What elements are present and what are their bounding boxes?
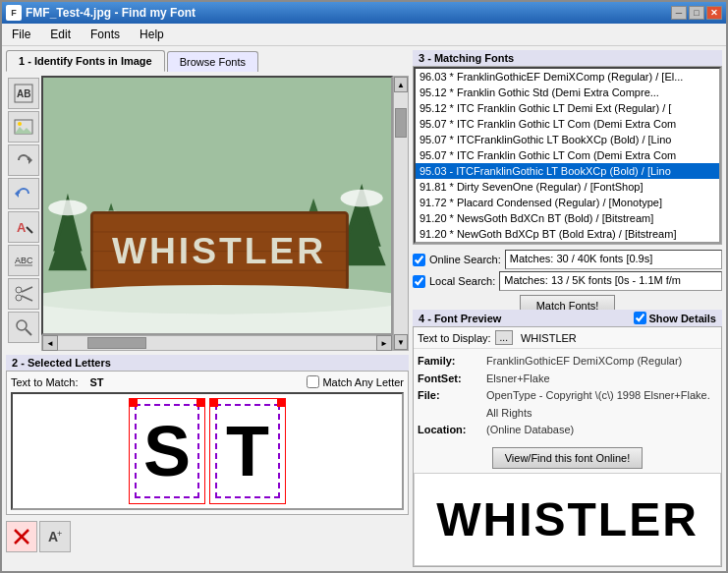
image-placeholder: WHISTLER xyxy=(43,78,391,333)
font-item-4[interactable]: 95.07 * ITCFranklinGothic LT BookXCp (Bo… xyxy=(416,132,719,147)
scrollbar-thumb-v[interactable] xyxy=(395,108,407,138)
online-search-label: Online Search: xyxy=(429,254,501,265)
matching-fonts-title: 3 - Matching Fonts xyxy=(419,52,514,64)
tool-rotate-ccw-icon[interactable] xyxy=(8,178,39,209)
window-title: FMF_Test-4.jpg - Find my Font xyxy=(26,6,671,20)
tool-image-icon[interactable] xyxy=(8,111,39,143)
text-to-display-row: Text to Display: ... WHISTLER xyxy=(414,327,721,349)
font-preview-section: 4 - Font Preview Show Details Text to Di… xyxy=(413,310,722,567)
font-list[interactable]: 96.03 * FranklinGothicEF DemiXComp (Regu… xyxy=(414,67,721,244)
font-item-2[interactable]: 95.12 * ITC Franklin Gothic LT Demi Ext … xyxy=(416,100,719,116)
show-details-checkbox[interactable] xyxy=(634,312,646,324)
svg-text:WHISTLER: WHISTLER xyxy=(112,230,326,271)
scroll-right-arrow[interactable]: ► xyxy=(376,335,392,351)
scrollbar-thumb-h[interactable] xyxy=(87,337,146,349)
text-to-display-label: Text to Display: xyxy=(418,332,491,344)
match-any-checkbox[interactable] xyxy=(307,375,319,388)
scroll-down-arrow[interactable]: ▼ xyxy=(394,334,408,350)
text-to-match-value: ST xyxy=(89,376,103,388)
file-value: OpenType - Copyright \(c\) 1998 Elsner+F… xyxy=(486,387,717,422)
tool-scissors-icon[interactable] xyxy=(8,278,39,310)
image-container: WHISTLER ◄ ► xyxy=(41,76,393,351)
font-item-8[interactable]: 91.72 * Placard Condensed (Regular) / [M… xyxy=(416,195,719,210)
fontset-label: FontSet: xyxy=(418,371,486,388)
show-details-container: Show Details xyxy=(634,312,716,324)
font-item-0[interactable]: 96.03 * FranklinGothicEF DemiXComp (Regu… xyxy=(416,69,719,85)
tool-select-icon[interactable]: A xyxy=(8,211,39,243)
menu-bar: File Edit Fonts Help xyxy=(2,24,726,46)
svg-point-10 xyxy=(16,287,22,293)
tab-identify[interactable]: 1 - Identify Fonts in Image xyxy=(6,50,165,72)
svg-line-13 xyxy=(22,296,32,301)
matching-fonts-section: 3 - Matching Fonts 96.03 * FranklinGothi… xyxy=(413,50,722,306)
fontset-row: FontSet: Elsner+Flake xyxy=(418,371,717,388)
tab-browse[interactable]: Browse Fonts xyxy=(167,51,258,72)
font-item-9[interactable]: 91.20 * NewsGoth BdXCn BT (Bold) / [Bits… xyxy=(416,210,719,226)
svg-text:ABC: ABC xyxy=(15,256,33,265)
main-content: 1 - Identify Fonts in Image Browse Fonts… xyxy=(2,46,726,571)
show-details-label: Show Details xyxy=(649,313,716,324)
menu-edit[interactable]: Edit xyxy=(44,26,77,43)
svg-point-4 xyxy=(18,122,22,126)
match-any-label: Match Any Letter xyxy=(322,376,404,388)
app-icon: F xyxy=(6,5,22,21)
preview-render: WHISTLER xyxy=(414,473,721,566)
svg-marker-5 xyxy=(28,156,32,164)
fontset-value: Elsner+Flake xyxy=(486,371,550,388)
font-item-3[interactable]: 95.07 * ITC Franklin Gothic LT Com (Demi… xyxy=(416,116,719,132)
svg-point-23 xyxy=(48,201,86,216)
view-font-button[interactable]: View/Find this font Online! xyxy=(492,447,644,469)
image-scrollbar-v[interactable]: ▲ ▼ xyxy=(393,76,409,351)
file-row: File: OpenType - Copyright \(c\) 1998 El… xyxy=(418,387,717,422)
font-item-5[interactable]: 95.07 * ITC Franklin Gothic LT Com (Demi… xyxy=(416,147,719,163)
preview-font-text: WHISTLER xyxy=(436,492,699,546)
window-controls: ─ □ ✕ xyxy=(671,6,722,20)
image-area-row: AB A ABC xyxy=(6,76,409,351)
menu-fonts[interactable]: Fonts xyxy=(84,26,126,43)
online-search-checkbox[interactable] xyxy=(413,254,425,266)
text-match-row: Text to Match: ST Match Any Letter xyxy=(11,375,404,388)
menu-help[interactable]: Help xyxy=(134,26,170,43)
font-item-1[interactable]: 95.12 * Franklin Gothic Std (Demi Extra … xyxy=(416,85,719,100)
letter-s-box[interactable]: S xyxy=(129,398,205,504)
main-window: F FMF_Test-4.jpg - Find my Font ─ □ ✕ Fi… xyxy=(0,0,728,573)
close-button[interactable]: ✕ xyxy=(706,6,722,20)
letter-t-box[interactable]: T xyxy=(209,398,286,504)
svg-point-14 xyxy=(17,320,27,330)
svg-text:AB: AB xyxy=(17,88,30,99)
font-item-6[interactable]: 95.03 - ITCFranklinGothic LT BookXCp (Bo… xyxy=(416,163,719,179)
svg-point-33 xyxy=(43,285,391,314)
maximize-button[interactable]: □ xyxy=(689,6,704,20)
svg-line-12 xyxy=(22,287,32,292)
tool-abc-icon[interactable]: ABC xyxy=(8,245,39,276)
matching-fonts-header: 3 - Matching Fonts xyxy=(413,50,722,67)
tool-delete-icon[interactable] xyxy=(6,521,37,552)
letters-preview: S T xyxy=(11,392,404,510)
font-preview-header: 4 - Font Preview Show Details xyxy=(413,310,722,327)
text-options-button[interactable]: ... xyxy=(495,330,513,345)
online-search-result: Matches: 30 / 40K fonts [0.9s] xyxy=(505,250,722,269)
image-scrollbar-h[interactable]: ◄ ► xyxy=(41,335,393,351)
tool-add-letter-icon[interactable]: A+ xyxy=(39,521,71,552)
image-panel[interactable]: WHISTLER xyxy=(41,76,393,335)
font-item-10[interactable]: 91.20 * NewGoth BdXCp BT (Bold Extra) / … xyxy=(416,226,719,242)
font-details: Family: FranklinGothicEF DemiXComp (Regu… xyxy=(414,349,721,443)
local-search-checkbox[interactable] xyxy=(413,275,425,288)
tool-zoom-icon[interactable] xyxy=(8,312,39,343)
scroll-up-arrow[interactable]: ▲ xyxy=(394,77,408,92)
svg-text:+: + xyxy=(57,529,62,539)
title-bar: F FMF_Test-4.jpg - Find my Font ─ □ ✕ xyxy=(2,2,726,24)
svg-point-24 xyxy=(341,190,383,207)
minimize-button[interactable]: ─ xyxy=(671,6,687,20)
scrollbar-track-h[interactable] xyxy=(58,336,376,350)
location-label: Location: xyxy=(418,422,486,439)
menu-file[interactable]: File xyxy=(6,26,36,43)
scroll-left-arrow[interactable]: ◄ xyxy=(42,335,58,351)
tool-rotate-cw-icon[interactable] xyxy=(8,144,39,176)
font-item-7[interactable]: 91.81 * Dirty SevenOne (Regular) / [Font… xyxy=(416,179,719,195)
tool-ab-icon[interactable]: AB xyxy=(8,78,39,109)
font-preview-content: Text to Display: ... WHISTLER Family: Fr… xyxy=(413,327,722,567)
selected-letters-section: 2 - Selected Letters Text to Match: ST M… xyxy=(6,355,409,515)
selected-letters-content: Text to Match: ST Match Any Letter S xyxy=(6,372,409,515)
left-panel: 1 - Identify Fonts in Image Browse Fonts… xyxy=(6,50,409,567)
